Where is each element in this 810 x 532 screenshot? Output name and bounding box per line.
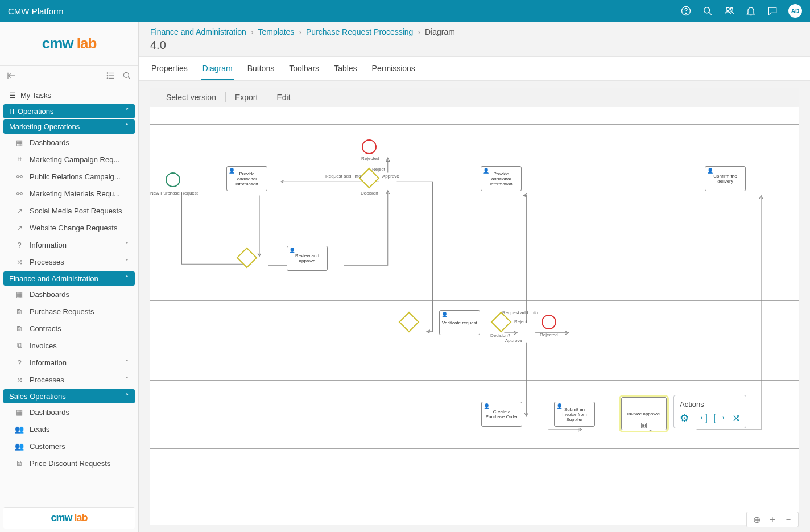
toolbar-edit[interactable]: Edit — [267, 93, 299, 102]
sidebar-item[interactable]: ↗Website Change Requests — [3, 219, 135, 236]
diagram-toolbar: Select versionExportEdit — [150, 88, 799, 107]
gateway-merge-2[interactable] — [399, 312, 420, 333]
tab-tables[interactable]: Tables — [333, 58, 358, 80]
help-icon[interactable] — [680, 5, 692, 17]
org-icon: ⚯ — [15, 172, 24, 181]
svg-point-2 — [704, 7, 710, 13]
task-confirm-delivery[interactable]: 👤Confirm the delivery — [705, 166, 746, 191]
toolbar-export[interactable]: Export — [226, 93, 267, 102]
task-verificate[interactable]: 👤Verificate request — [439, 310, 480, 335]
dashboard-icon: ▦ — [15, 407, 24, 416]
zoom-controls: ⊕ ＋ － — [746, 512, 799, 527]
doc-icon: 🗎 — [15, 324, 24, 333]
action-exit-icon[interactable]: [→ — [713, 412, 726, 424]
chat-icon[interactable] — [767, 5, 778, 17]
share-icon: ↗ — [15, 206, 24, 215]
sidebar-item[interactable]: ⧉Invoices — [3, 337, 135, 354]
chevron-down-icon: ˅ — [125, 376, 129, 384]
toolbar-select-version[interactable]: Select version — [157, 93, 225, 102]
svg-line-15 — [128, 77, 130, 79]
sidebar-item-mytasks[interactable]: ☰My Tasks — [3, 88, 135, 103]
gateway-decision-label: Decision — [361, 191, 378, 196]
diagram-canvas[interactable]: New Purchase Request 👤Provide additional… — [150, 107, 799, 525]
sidebar-footer-logo: cmw lab — [3, 507, 135, 529]
sidebar-section[interactable]: Finance and Administration˄ — [3, 271, 135, 286]
tabs: PropertiesDiagramButtonsToolbarsTablesPe… — [139, 57, 810, 81]
search-icon[interactable] — [702, 5, 713, 17]
sidebar: cmw lab ☰My TasksIT Operations˅Marketing… — [0, 22, 139, 532]
sidebar-item[interactable]: ▦Dashboards — [3, 286, 135, 303]
sidebar-search-icon[interactable] — [121, 70, 133, 81]
end-event-rejected-2[interactable] — [542, 315, 556, 329]
chevron-up-icon: ˄ — [125, 392, 129, 401]
sidebar-item[interactable]: 👥Customers — [3, 438, 135, 455]
sidebar-item[interactable]: 🗎Contracts — [3, 320, 135, 337]
tab-diagram[interactable]: Diagram — [201, 58, 234, 80]
task-provide-info-1[interactable]: 👤Provide additional information — [226, 166, 267, 191]
tab-buttons[interactable]: Buttons — [246, 58, 275, 80]
start-event[interactable] — [166, 172, 180, 187]
sidebar-item[interactable]: ⌗Marketing Campaign Req... — [3, 151, 135, 168]
sidebar-item[interactable]: ▦Dashboards — [3, 134, 135, 151]
info-icon: ? — [15, 240, 24, 249]
svg-point-5 — [730, 8, 733, 10]
action-shuffle-icon[interactable]: ⤮ — [732, 412, 741, 424]
chevron-down-icon: ˅ — [125, 358, 129, 367]
actions-popup: Actions ⚙ →] [→ ⤮ — [673, 395, 746, 428]
chevron-down-icon: ˅ — [125, 258, 129, 266]
sidebar-item[interactable]: ▦Dashboards — [3, 403, 135, 420]
sidebar-item[interactable]: ⚯Public Relations Campaig... — [3, 168, 135, 185]
sidebar-item[interactable]: ?Information˅ — [3, 354, 135, 371]
task-submit-invoice[interactable]: 👤Submit an Invoice from Supplier — [554, 402, 595, 427]
flow-label: Approve — [505, 338, 522, 343]
task-provide-info-2[interactable]: 👤Provide additional information — [481, 166, 522, 191]
collapse-sidebar-icon[interactable] — [6, 70, 17, 81]
chevron-down-icon: ˅ — [125, 107, 129, 116]
sidebar-item[interactable]: ⚯Marketing Materials Requ... — [3, 185, 135, 202]
sidebar-item[interactable]: 🗎Price Discount Requests — [3, 455, 135, 472]
sidebar-item[interactable]: 🗎Purchase Requests — [3, 303, 135, 320]
tab-permissions[interactable]: Permissions — [371, 58, 416, 80]
version-label: 4.0 — [150, 39, 799, 52]
dashboard-icon: ▦ — [15, 290, 24, 299]
breadcrumb-item[interactable]: Finance and Administration — [150, 27, 246, 36]
avatar[interactable]: AD — [788, 4, 802, 18]
sidebar-item[interactable]: ⤮Processes˅ — [3, 371, 135, 388]
sidebar-item[interactable]: ?Information˅ — [3, 236, 135, 253]
gateway-merge-1[interactable] — [237, 248, 258, 269]
tab-properties[interactable]: Properties — [150, 58, 189, 80]
lane-line — [150, 300, 799, 301]
sidebar-section[interactable]: IT Operations˅ — [3, 104, 135, 118]
task-create-po[interactable]: 👤Create a Purchase Order — [481, 402, 522, 427]
svg-point-12 — [107, 75, 108, 76]
task-review-approve[interactable]: 👤Review and approve — [287, 246, 328, 271]
tab-toolbars[interactable]: Toolbars — [288, 58, 320, 80]
chevron-right-icon: › — [299, 27, 301, 36]
task-invoice-approval[interactable]: Invoice approval⊞ — [621, 397, 667, 430]
tasks-icon: ☰ — [9, 91, 16, 100]
sidebar-item[interactable]: 👥Leads — [3, 420, 135, 438]
zoom-in-icon[interactable]: ＋ — [766, 513, 779, 526]
flow-label: Approve — [382, 174, 399, 179]
sidebar-item[interactable]: ⤮Processes˅ — [3, 253, 135, 270]
zoom-fit-icon[interactable]: ⊕ — [750, 513, 763, 526]
sidebar-section[interactable]: Sales Operations˄ — [3, 389, 135, 403]
main: Finance and Administration›Templates›Pur… — [139, 22, 810, 532]
users-icon[interactable] — [724, 5, 735, 17]
bell-icon[interactable] — [745, 5, 757, 17]
list-icon[interactable] — [105, 70, 117, 81]
breadcrumb-item[interactable]: Purchase Request Processing — [306, 27, 413, 36]
info-icon: ? — [15, 358, 24, 367]
end-event-rejected-1[interactable] — [362, 139, 377, 154]
action-enter-icon[interactable]: →] — [695, 412, 708, 424]
sidebar-toolbar — [0, 66, 138, 85]
breadcrumb-item[interactable]: Templates — [258, 27, 295, 36]
action-settings-icon[interactable]: ⚙ — [680, 412, 689, 424]
lane-line — [150, 221, 799, 221]
sidebar-section[interactable]: Marketing Operations˄ — [3, 119, 135, 134]
invoice-icon: ⧉ — [15, 341, 24, 350]
sidebar-item[interactable]: ↗Social Media Post Requests — [3, 202, 135, 219]
doc-icon: 🗎 — [15, 459, 24, 468]
zoom-out-icon[interactable]: － — [782, 513, 795, 526]
end-label: Rejected — [361, 156, 379, 161]
